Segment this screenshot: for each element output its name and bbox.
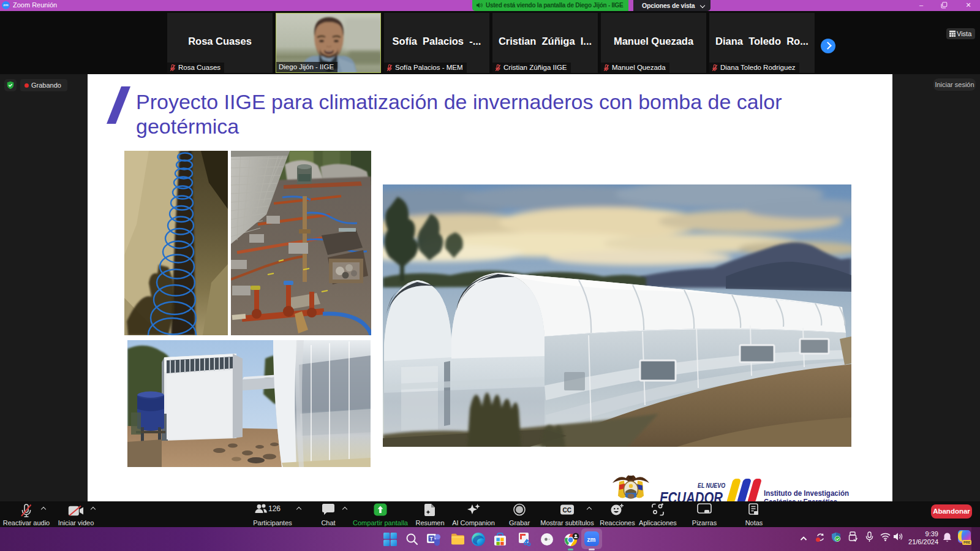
svg-text:Instituto de Investigación: Instituto de Investigación [764, 489, 849, 498]
svg-text:CC: CC [563, 507, 571, 514]
svg-text:ECUADOR: ECUADOR [660, 488, 723, 501]
svg-text:T: T [430, 536, 434, 542]
svg-text:PRE: PRE [963, 541, 971, 544]
svg-text:zm: zm [587, 536, 596, 543]
svg-text:126: 126 [268, 504, 281, 513]
